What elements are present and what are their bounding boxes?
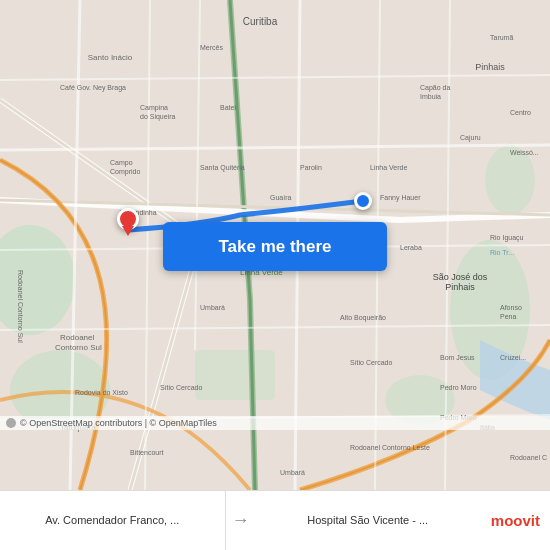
svg-text:Rodoanel: Rodoanel [60, 333, 94, 342]
svg-text:Fanny Hauer: Fanny Hauer [380, 194, 421, 202]
svg-text:Café Gov. Ney Braga: Café Gov. Ney Braga [60, 84, 126, 92]
svg-text:Rodovia do Xisto: Rodovia do Xisto [75, 389, 128, 396]
svg-text:Guaíra: Guaíra [270, 194, 292, 201]
svg-text:Umbará: Umbará [280, 469, 305, 476]
attribution-icon [6, 418, 16, 428]
svg-text:Pinhais: Pinhais [445, 282, 475, 292]
svg-text:do Siqueira: do Siqueira [140, 113, 176, 121]
destination-label: Hospital São Vicente - ... [307, 513, 428, 527]
attribution-text: © OpenStreetMap contributors | © OpenMap… [20, 418, 217, 428]
svg-text:Pinhais: Pinhais [475, 62, 505, 72]
arrow-separator: → [226, 491, 256, 550]
svg-text:Centro: Centro [510, 109, 531, 116]
svg-text:Cruzei...: Cruzei... [500, 354, 526, 361]
svg-text:Cajuru: Cajuru [460, 134, 481, 142]
svg-text:Campina: Campina [140, 104, 168, 112]
svg-text:Capão da: Capão da [420, 84, 450, 92]
svg-text:Linha Verde: Linha Verde [370, 164, 407, 171]
svg-text:Campo: Campo [110, 159, 133, 167]
svg-text:Pedro Moro: Pedro Moro [440, 384, 477, 391]
origin-segment[interactable]: Av. Comendador Franco, ... [0, 491, 226, 550]
svg-text:Umbará: Umbará [200, 304, 225, 311]
svg-text:São José dos: São José dos [433, 272, 488, 282]
svg-text:Imbuia: Imbuia [420, 93, 441, 100]
svg-text:Santo Inácio: Santo Inácio [88, 53, 133, 62]
arrow-icon: → [232, 510, 250, 531]
svg-text:Tarumã: Tarumã [490, 34, 513, 41]
svg-text:Santa Quitéria: Santa Quitéria [200, 164, 245, 172]
svg-text:Alto Boqueirão: Alto Boqueirão [340, 314, 386, 322]
destination-marker [354, 192, 372, 210]
svg-text:Curitiba: Curitiba [243, 16, 278, 27]
svg-text:Comprido: Comprido [110, 168, 140, 176]
svg-text:Rodoanel Contorno Leste: Rodoanel Contorno Leste [350, 444, 430, 451]
svg-rect-5 [195, 350, 275, 400]
svg-text:Sítio Cercado: Sítio Cercado [350, 359, 393, 366]
svg-text:Rodoanel C: Rodoanel C [510, 454, 547, 461]
moovit-logo: moovit [480, 491, 550, 550]
origin-label: Av. Comendador Franco, ... [45, 513, 179, 527]
take-me-there-button[interactable]: Take me there [163, 222, 387, 271]
origin-marker-tip [122, 226, 134, 236]
svg-text:Bom Jesus: Bom Jesus [440, 354, 475, 361]
svg-text:Rio Iguaçu: Rio Iguaçu [490, 234, 524, 242]
svg-text:Rio Tr...: Rio Tr... [490, 249, 514, 256]
svg-text:Pena: Pena [500, 313, 516, 320]
svg-text:Sítio Cercado: Sítio Cercado [160, 384, 203, 391]
svg-text:Bittencourt: Bittencourt [130, 449, 164, 456]
svg-text:Parolin: Parolin [300, 164, 322, 171]
svg-text:Mercês: Mercês [200, 44, 223, 51]
svg-text:Contorno Sul: Contorno Sul [55, 343, 102, 352]
svg-text:Rodoanel Contorno Sul: Rodoanel Contorno Sul [17, 270, 24, 343]
moovit-brand: moovit [491, 512, 540, 529]
svg-text:Afonso: Afonso [500, 304, 522, 311]
bottom-bar: Av. Comendador Franco, ... → Hospital Sã… [0, 490, 550, 550]
destination-segment[interactable]: Hospital São Vicente - ... [256, 491, 481, 550]
svg-text:Batel: Batel [220, 104, 236, 111]
map-attribution: © OpenStreetMap contributors | © OpenMap… [0, 416, 550, 430]
svg-text:Leraba: Leraba [400, 244, 422, 251]
svg-text:Weissó...: Weissó... [510, 149, 539, 156]
map: Curitiba Pinhais Santo Inácio Mercês Tar… [0, 0, 550, 490]
